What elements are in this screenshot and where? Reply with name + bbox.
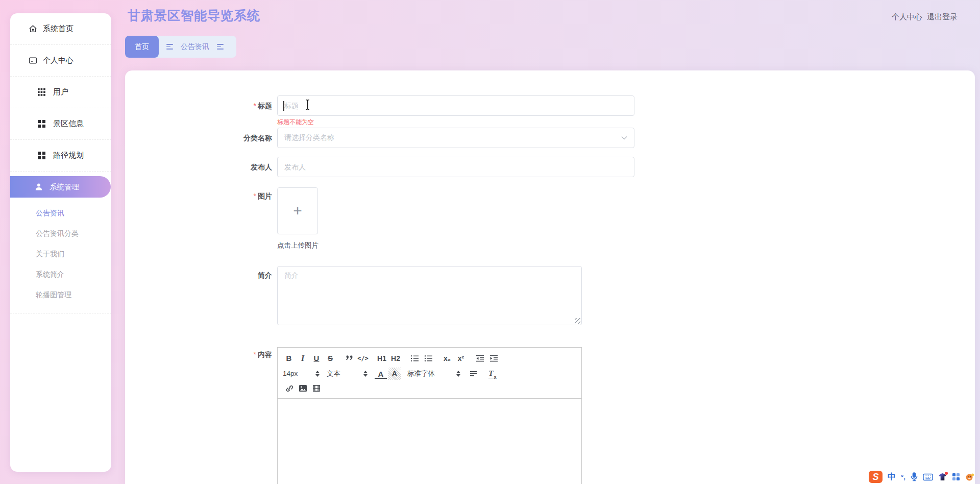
image-button[interactable] [297, 382, 309, 395]
grid-nine-icon [38, 88, 45, 96]
background-color-button[interactable]: A [388, 368, 401, 380]
align-icon [470, 371, 478, 377]
indent-icon [489, 355, 498, 362]
strikethrough-button[interactable]: S [324, 352, 336, 365]
outdent-icon [476, 355, 484, 362]
underline-button[interactable]: U [310, 352, 323, 365]
clear-format-button[interactable]: Tx [486, 368, 499, 380]
link-icon [285, 384, 293, 393]
submenu-item-announcements[interactable]: 公告资讯 [10, 203, 111, 223]
font-family-picker[interactable]: 标准字体 [407, 369, 460, 378]
subscript-button[interactable]: x₂ [441, 352, 453, 365]
sidebar-item-label: 路径规划 [53, 151, 84, 160]
logout-link[interactable]: 退出登录 [927, 12, 958, 22]
text-style-picker[interactable]: 文本 [327, 369, 368, 378]
image-field-label: *图片 [165, 191, 272, 201]
italic-button[interactable]: I [297, 352, 309, 365]
required-asterisk: * [254, 192, 256, 200]
heading1-button[interactable]: H1 [376, 352, 388, 365]
submenu-item-system-intro[interactable]: 系统简介 [10, 264, 111, 284]
align-button[interactable] [468, 368, 480, 380]
intro-textarea[interactable] [277, 266, 582, 325]
text-color-button[interactable]: A [375, 369, 387, 379]
home-icon [29, 25, 37, 33]
toolbox-grid-icon[interactable] [952, 473, 960, 481]
title-error-message: 标题不能为空 [277, 118, 314, 127]
sidebar-item-label: 用户 [53, 87, 68, 97]
bullet-list-icon [424, 355, 433, 362]
blockquote-button[interactable] [343, 352, 355, 365]
category-select[interactable]: 请选择分类名称 [277, 128, 634, 148]
bold-button[interactable]: B [283, 352, 295, 365]
category-select-placeholder: 请选择分类名称 [284, 133, 621, 142]
plus-icon: + [293, 202, 302, 220]
outdent-button[interactable] [474, 352, 486, 365]
quote-icon [345, 355, 353, 361]
sidebar-item-route-planning[interactable]: 路径规划 [10, 140, 111, 172]
sidebar-item-system-management[interactable]: 系统管理 [10, 176, 111, 198]
profile-link[interactable]: 个人中心 [892, 12, 922, 22]
image-upload-button[interactable]: + [277, 187, 318, 234]
sidebar-item-profile[interactable]: 个人中心 [10, 45, 111, 77]
header-links: 个人中心 退出登录 [892, 12, 958, 22]
font-size-picker[interactable]: 14px [283, 370, 320, 377]
updown-icon [456, 371, 460, 377]
keyboard-icon[interactable] [923, 473, 933, 481]
tab-home[interactable]: 首页 [125, 36, 159, 58]
sidebar-item-label: 系统首页 [43, 24, 74, 34]
category-field-label: 分类名称 [165, 128, 272, 148]
content-panel: *标题 标题不能为空 分类名称 请选择分类名称 发布人 *图片 + 点击上传图片… [125, 70, 975, 484]
tab-bar: 首页 公告资讯 [125, 36, 236, 58]
chevron-down-icon [621, 136, 627, 140]
grid-four-icon [38, 152, 45, 159]
ordered-list-button[interactable] [408, 352, 421, 365]
ibeam-cursor [305, 99, 310, 110]
text-caret [283, 101, 284, 111]
required-asterisk: * [254, 102, 256, 110]
ime-language-toggle[interactable]: 中 [888, 472, 896, 482]
sidebar: 系统首页 个人中心 用户 景区信息 路径规划 系统管理 [10, 13, 111, 472]
grid-four-icon [38, 120, 45, 128]
tab-list-icon[interactable] [166, 44, 173, 50]
page-title: 甘肃景区智能导览系统 [128, 7, 260, 24]
sidebar-item-label: 景区信息 [53, 119, 84, 129]
card-icon [29, 56, 37, 65]
link-button[interactable] [283, 382, 295, 395]
publisher-input[interactable] [277, 157, 634, 177]
heading2-button[interactable]: H2 [389, 352, 402, 365]
superscript-button[interactable]: x² [455, 352, 467, 365]
code-button[interactable]: </> [357, 352, 369, 365]
sidebar-item-label: 个人中心 [43, 56, 74, 65]
tab-list-icon[interactable] [217, 44, 224, 50]
image-icon [299, 384, 307, 392]
title-field-label: *标题 [165, 95, 272, 116]
intro-field-label: 简介 [165, 270, 272, 280]
video-icon [312, 384, 321, 392]
emoji-icon[interactable] [965, 473, 974, 481]
ime-punctuation-toggle[interactable]: °, [901, 473, 905, 481]
ordered-list-icon [410, 355, 419, 362]
sidebar-submenu: 公告资讯 公告资讯分类 关于我们 系统简介 轮播图管理 [10, 198, 111, 313]
tab-announcements[interactable]: 公告资讯 [181, 42, 209, 52]
video-button[interactable] [310, 382, 323, 395]
bullet-list-button[interactable] [422, 352, 434, 365]
submenu-item-about-us[interactable]: 关于我们 [10, 244, 111, 264]
upload-hint-text: 点击上传图片 [277, 241, 318, 250]
skin-icon[interactable] [938, 473, 947, 481]
publisher-field-label: 发布人 [165, 157, 272, 177]
sogou-logo-icon[interactable]: S [869, 471, 883, 483]
user-icon [35, 183, 43, 191]
required-asterisk: * [254, 350, 256, 358]
indent-button[interactable] [487, 352, 500, 365]
submenu-item-carousel-management[interactable]: 轮播图管理 [10, 284, 111, 305]
sidebar-item-users[interactable]: 用户 [10, 77, 111, 108]
updown-icon [363, 371, 368, 377]
editor-content-area[interactable] [278, 399, 581, 484]
microphone-icon[interactable] [911, 472, 918, 481]
sidebar-item-home[interactable]: 系统首页 [10, 13, 111, 45]
sidebar-item-label: 系统管理 [50, 182, 79, 192]
textarea-resize-handle[interactable] [575, 318, 580, 324]
title-input[interactable] [277, 95, 634, 116]
sidebar-item-scenic-info[interactable]: 景区信息 [10, 108, 111, 140]
submenu-item-announcement-categories[interactable]: 公告资讯分类 [10, 223, 111, 244]
